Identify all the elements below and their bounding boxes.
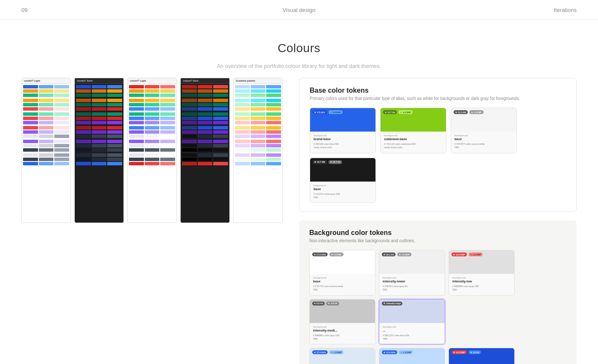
swatch [160,99,175,102]
swatch [266,130,281,134]
token-card[interactable]: 14.0 DNP1.4 DNPbackgroundintensity-low# … [448,250,515,296]
token-card-body: background...# B8C1D2 color-blue-600TBD [379,323,445,344]
swatch [160,107,175,111]
base-token-cards: 4.5 AAA2.8 DNPbackgroundbrand-base# 0041… [310,108,566,203]
nav-label[interactable]: Iterations [392,6,577,14]
token-card-preview: intensity-large [379,299,445,323]
swatch [39,153,54,157]
swatch [266,162,281,165]
swatch [213,112,228,116]
swatch [145,162,160,165]
swatch-row [235,153,281,157]
swatch-row [23,158,69,161]
swatch [39,130,54,134]
swatch-section [76,126,122,138]
swatch-section [182,126,228,138]
swatch [266,107,281,111]
swatch [145,135,160,138]
right-content: Base color tokens Primary colors used fo… [299,78,577,364]
swatch [76,94,91,97]
token-card[interactable]: 19.7 AM19.7 AAforegroundbase# 121212 roc… [310,158,376,203]
token-card[interactable]: 21.0 AM1.0 DNPbackgroundbase# FFFFFF col… [451,108,517,153]
swatch [198,126,213,129]
swatch-section [129,153,175,165]
swatch [23,112,38,116]
token-card[interactable]: 16.1 AA1.0 DNPbackgroundintensity-lower#… [379,250,445,296]
swatch [198,94,213,97]
swatch [92,135,107,138]
token-card[interactable]: 17.4 AAA1.3 DNPbackgroundbrand-lower# DA… [309,348,375,364]
swatch [54,162,69,165]
token-card-name: base [313,279,372,283]
token-card-values: # 74CC22 color-subbrand-400navify brand … [384,142,443,150]
swatch [39,126,54,129]
swatch [23,121,38,124]
swatch-row [129,140,175,143]
token-card-values: # 004199 color-blue-600navify brand colo… [314,142,372,150]
token-card[interactable]: intensity-largebackground...# B8C1D2 col… [379,299,445,345]
swatch [266,85,281,88]
token-card-type: foreground [314,184,372,187]
swatch [23,162,38,165]
token-card-preview: 17.4 AAA1.3 DNP [310,348,375,364]
color-panel-navify-light: navify® Light [21,78,71,223]
swatch [235,158,250,161]
swatch-row [235,103,281,106]
swatch [129,107,144,111]
swatch [92,112,107,116]
swatch [182,162,197,165]
swatch [198,140,213,143]
swatch [145,117,160,120]
header: 09 Visual design Iterations [0,0,598,20]
swatch [54,153,69,157]
nav-label-text: Iterations [554,7,577,13]
swatch [145,94,160,97]
swatch-row [182,148,228,152]
swatch [198,162,213,165]
swatch [182,121,197,124]
swatch [266,135,281,138]
swatch [266,121,281,124]
token-card[interactable]: 8.8 AA3.8 AAbackgroundintensity-medi...#… [309,299,375,345]
swatch-section [182,85,228,97]
main-content: navify® Lightnavify® Darkcobas® Lightcob… [0,78,598,364]
swatch-row [129,99,175,102]
swatch-row [76,94,122,97]
swatch [213,144,228,147]
token-card-body: backgroundbase# F7F7F5 color-accent-whit… [310,274,375,295]
swatch-section [235,153,281,165]
swatch [129,103,144,106]
swatch [23,85,38,88]
swatch-row [182,89,228,93]
swatch-row [76,103,122,106]
swatch [39,112,54,116]
swatch [54,121,69,124]
token-card[interactable]: 15.4 AAA1.3 DNPbackgroundbrand-low# B8C8… [379,348,445,364]
panel-body-navify-dark [75,84,123,168]
bg-token-row-0: 17.9 AAA1.0 DNPbackgroundbase# F7F7F5 co… [309,250,566,344]
swatch [182,153,197,157]
swatch [213,99,228,102]
swatch [76,99,91,102]
swatch [107,99,122,102]
token-card[interactable]: 4.5 AAA2.8 DNPbackgroundbrand-base# 0041… [310,108,376,153]
swatch [76,117,91,120]
swatch-row [23,107,69,111]
token-card-type: background [314,134,372,137]
panel-body-navify-light [22,84,70,168]
token-card-values: # 121212 roche-gray-900TBD [314,192,372,200]
swatch [92,121,107,124]
token-card-name: ... [383,329,441,332]
swatch [213,153,228,157]
swatch [213,89,228,93]
page-subtitle: An overview of the portfolio colour libr… [0,63,598,69]
token-card[interactable]: 14.0 DNP1.0 AAbackgroundbrand-higher# 07… [448,348,515,364]
token-card[interactable]: 12.7 AA1.6 DNPbackgroundsubbrand-base# 7… [380,108,446,153]
token-card[interactable]: 17.9 AAA1.0 DNPbackgroundbase# F7F7F5 co… [309,250,375,296]
swatch [92,130,107,134]
swatch [76,89,91,93]
panels-wrapper: navify® Lightnavify® Darkcobas® Lightcob… [21,78,286,223]
swatch-row [182,153,228,157]
token-card-name: brand-base [314,137,372,141]
swatch [198,135,213,138]
